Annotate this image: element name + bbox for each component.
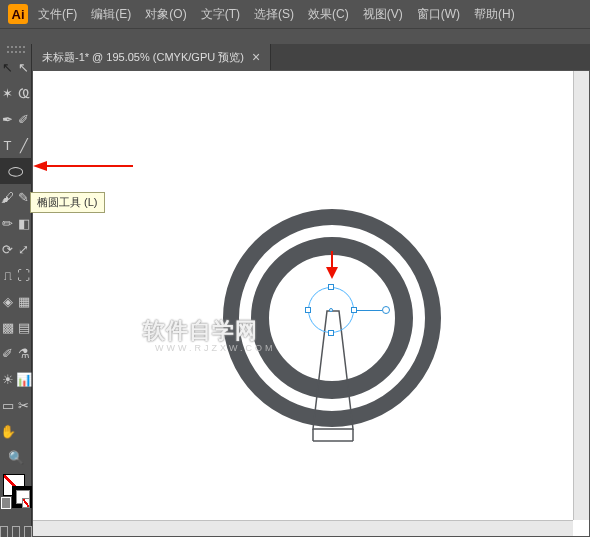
- curvature-tool-icon[interactable]: ✐: [16, 106, 32, 132]
- eyedropper-tool-icon[interactable]: ✐: [0, 340, 16, 366]
- tool-tooltip: 椭圆工具 (L): [30, 192, 105, 213]
- draw-inside-icon[interactable]: [24, 526, 32, 537]
- document-area: 未标题-1* @ 195.05% (CMYK/GPU 预览) ×: [32, 44, 590, 537]
- magic-wand-tool-icon[interactable]: ✶: [0, 80, 16, 106]
- hand-tool-icon[interactable]: ✋: [0, 418, 16, 444]
- lasso-tool-icon[interactable]: Ҩ: [16, 80, 32, 106]
- svg-marker-5: [326, 267, 338, 279]
- scrollbar-horizontal[interactable]: [33, 520, 573, 536]
- line-tool-icon[interactable]: ╱: [16, 132, 32, 158]
- screen-mode-row: [0, 522, 32, 537]
- anchor-s-icon[interactable]: [328, 330, 334, 336]
- pie-widget-handle-icon[interactable]: [382, 306, 390, 314]
- blend-tool-icon[interactable]: ⚗: [16, 340, 32, 366]
- blob-brush-tool-icon[interactable]: ✏: [0, 210, 16, 236]
- toolbar: ↖ ↖ ✶ Ҩ ✒ ✐ T ╱ ⬭ 🖌 ✎ ✏ ◧ ⟳ ⤢ ⎍ ⛶ ◈ ▦ ▩ …: [0, 44, 32, 537]
- menu-items: 文件(F) 编辑(E) 对象(O) 文字(T) 选择(S) 效果(C) 视图(V…: [38, 6, 515, 23]
- direct-selection-tool-icon[interactable]: ↖: [16, 54, 32, 80]
- width-tool-icon[interactable]: ⎍: [0, 262, 16, 288]
- tab-close-icon[interactable]: ×: [252, 50, 260, 64]
- svg-marker-7: [33, 161, 47, 171]
- annotation-arrow-down-icon: [324, 251, 340, 285]
- perspective-tool-icon[interactable]: ▦: [16, 288, 32, 314]
- pen-tool-icon[interactable]: ✒: [0, 106, 16, 132]
- pie-widget-line: [356, 310, 382, 311]
- tab-title: 未标题-1* @ 195.05% (CMYK/GPU 预览): [42, 50, 244, 65]
- mesh-tool-icon[interactable]: ▩: [0, 314, 16, 340]
- menu-edit[interactable]: 编辑(E): [91, 6, 131, 23]
- eraser-tool-icon[interactable]: ◧: [16, 210, 32, 236]
- brush-tool-icon[interactable]: 🖌: [0, 184, 16, 210]
- annotation-arrow-long-icon: [33, 158, 133, 170]
- type-tool-icon[interactable]: T: [0, 132, 16, 158]
- canvas[interactable]: 软件自学网 WWW.RJZXW.COM: [33, 71, 589, 536]
- slice-tool-icon[interactable]: ✂: [16, 392, 32, 418]
- tab-strip: 未标题-1* @ 195.05% (CMYK/GPU 预览) ×: [32, 44, 590, 70]
- artboard-tool-icon[interactable]: ▭: [0, 392, 16, 418]
- shaper-tool-icon[interactable]: ◈: [0, 288, 16, 314]
- center-point-icon[interactable]: [329, 308, 333, 312]
- toolbar-grip[interactable]: [0, 44, 31, 54]
- draw-behind-icon[interactable]: [12, 526, 20, 537]
- selection-tool-icon[interactable]: ↖: [0, 54, 16, 80]
- menu-view[interactable]: 视图(V): [363, 6, 403, 23]
- workspace: ↖ ↖ ✶ Ҩ ✒ ✐ T ╱ ⬭ 🖌 ✎ ✏ ◧ ⟳ ⤢ ⎍ ⛶ ◈ ▦ ▩ …: [0, 44, 590, 537]
- symbol-tool-icon[interactable]: ☀: [0, 366, 16, 392]
- menu-window[interactable]: 窗口(W): [417, 6, 460, 23]
- rotate-tool-icon[interactable]: ⟳: [0, 236, 16, 262]
- selected-ellipse[interactable]: [308, 287, 354, 333]
- app-logo: Ai: [8, 4, 28, 24]
- menu-object[interactable]: 对象(O): [145, 6, 186, 23]
- menu-effect[interactable]: 效果(C): [308, 6, 349, 23]
- document-tab[interactable]: 未标题-1* @ 195.05% (CMYK/GPU 预览) ×: [32, 44, 271, 70]
- anchor-w-icon[interactable]: [305, 307, 311, 313]
- menu-type[interactable]: 文字(T): [201, 6, 240, 23]
- none-mode-icon[interactable]: [22, 498, 30, 508]
- zoom-tool-icon[interactable]: 🔍: [0, 444, 32, 470]
- draw-mode-icon[interactable]: [0, 526, 8, 537]
- scale-tool-icon[interactable]: ⤢: [16, 236, 32, 262]
- menu-bar: Ai 文件(F) 编辑(E) 对象(O) 文字(T) 选择(S) 效果(C) 视…: [0, 0, 590, 28]
- graph-tool-icon[interactable]: 📊: [16, 366, 32, 392]
- scrollbar-vertical[interactable]: [573, 71, 589, 520]
- menu-help[interactable]: 帮助(H): [474, 6, 515, 23]
- menu-file[interactable]: 文件(F): [38, 6, 77, 23]
- gradient-tool-icon[interactable]: ▤: [16, 314, 32, 340]
- free-transform-tool-icon[interactable]: ⛶: [16, 262, 32, 288]
- control-bar: [0, 28, 590, 44]
- menu-select[interactable]: 选择(S): [254, 6, 294, 23]
- ellipse-tool-icon[interactable]: ⬭: [0, 158, 32, 184]
